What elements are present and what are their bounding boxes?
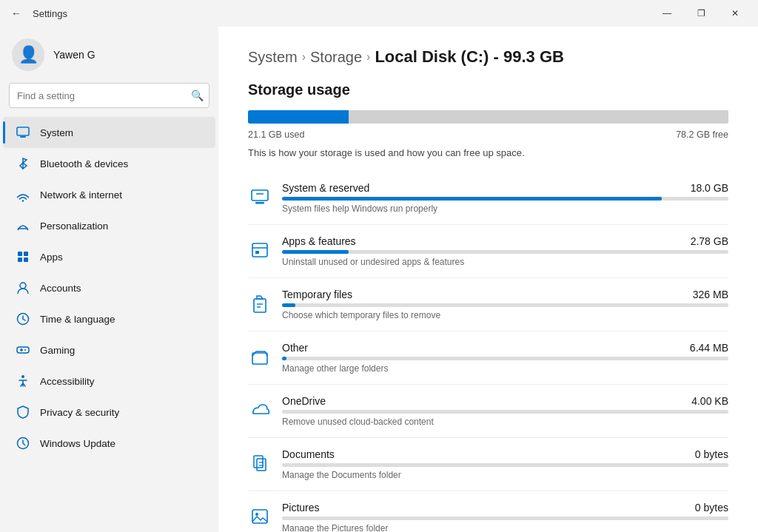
breadcrumb-sep1: › bbox=[302, 50, 306, 64]
sidebar-item-personalization[interactable]: Personalization bbox=[3, 210, 215, 241]
personalization-icon bbox=[15, 218, 31, 234]
storage-item-desc: Manage the Documents folder bbox=[282, 470, 728, 480]
storage-item-name: Pictures bbox=[282, 502, 320, 514]
storage-item-name: Other bbox=[282, 342, 308, 354]
storage-item-size: 0 bytes bbox=[695, 502, 728, 514]
sidebar-item-accounts[interactable]: Accounts bbox=[3, 272, 215, 303]
sidebar-item-network[interactable]: Network & internet bbox=[3, 179, 215, 210]
storage-item-3[interactable]: Other 6.44 MB Manage other large folders bbox=[248, 334, 728, 381]
titlebar-title: Settings bbox=[33, 8, 67, 19]
storage-item-6[interactable]: Pictures 0 bytes Manage the Pictures fol… bbox=[248, 494, 728, 532]
storage-item-name: Temporary files bbox=[282, 289, 352, 300]
privacy-icon bbox=[15, 404, 31, 420]
storage-item-0[interactable]: System & reserved 18.0 GB System files h… bbox=[248, 175, 728, 221]
storage-item-desc: Manage the Pictures folder bbox=[282, 523, 728, 532]
storage-item-desc: Manage other large folders bbox=[282, 363, 728, 374]
svg-rect-7 bbox=[24, 257, 28, 262]
storage-item-header: Apps & features 2.78 GB bbox=[282, 235, 728, 247]
sidebar-item-system[interactable]: System bbox=[3, 117, 215, 148]
storage-item-bar bbox=[282, 197, 728, 201]
storage-info-text: This is how your storage is used and how… bbox=[248, 147, 728, 158]
sidebar-item-label: Accessibility bbox=[40, 376, 95, 387]
nav-items-container: System Bluetooth & devices Network & int… bbox=[0, 117, 218, 459]
username: Yawen G bbox=[53, 49, 95, 61]
storage-item-bar bbox=[282, 410, 728, 414]
storage-labels: 21.1 GB used 78.2 GB free bbox=[248, 129, 728, 140]
storage-item-size: 0 bytes bbox=[695, 448, 728, 460]
storage-item-desc: System files help Windows run properly bbox=[282, 203, 728, 214]
storage-item-desc: Choose which temporary files to remove bbox=[282, 310, 728, 320]
back-button[interactable]: ← bbox=[6, 3, 27, 24]
titlebar: ← Settings — ❐ ✕ bbox=[0, 0, 758, 27]
svg-rect-6 bbox=[18, 257, 22, 262]
svg-rect-30 bbox=[252, 510, 267, 523]
app-body: 👤 Yawen G 🔍 System Bluetooth & devices N… bbox=[0, 27, 758, 532]
sidebar-item-label: Bluetooth & devices bbox=[40, 158, 128, 169]
search-input[interactable] bbox=[9, 83, 209, 108]
storage-item-name: Apps & features bbox=[282, 235, 356, 247]
apps-icon bbox=[15, 249, 31, 265]
storage-item-bar-fill bbox=[282, 357, 286, 360]
storage-item-bar bbox=[282, 303, 728, 307]
storage-item-name: OneDrive bbox=[282, 395, 326, 407]
storage-item-icon bbox=[248, 398, 272, 422]
svg-rect-5 bbox=[24, 252, 28, 256]
storage-item-name: System & reserved bbox=[282, 182, 369, 194]
storage-item-bar bbox=[282, 463, 728, 467]
storage-item-icon bbox=[248, 292, 272, 315]
sidebar-item-apps[interactable]: Apps bbox=[3, 241, 215, 272]
sidebar-item-bluetooth[interactable]: Bluetooth & devices bbox=[3, 148, 215, 179]
sidebar-item-privacy[interactable]: Privacy & security bbox=[3, 397, 215, 428]
avatar: 👤 bbox=[12, 38, 44, 71]
storage-item-desc: Uninstall unused or undesired apps & fea… bbox=[282, 257, 728, 267]
divider bbox=[248, 384, 728, 385]
system-icon bbox=[15, 124, 31, 141]
storage-item-header: Temporary files 326 MB bbox=[282, 289, 728, 300]
storage-item-header: Pictures 0 bytes bbox=[282, 502, 728, 514]
storage-bar-container bbox=[248, 110, 728, 124]
sidebar-item-label: Gaming bbox=[40, 345, 75, 356]
time-icon bbox=[15, 311, 31, 327]
sidebar-item-update[interactable]: Windows Update bbox=[3, 428, 215, 459]
svg-rect-16 bbox=[252, 190, 268, 201]
storage-item-body: Other 6.44 MB Manage other large folders bbox=[282, 342, 728, 374]
maximize-button[interactable]: ❐ bbox=[684, 0, 718, 27]
storage-item-5[interactable]: Documents 0 bytes Manage the Documents f… bbox=[248, 441, 728, 488]
storage-item-icon bbox=[248, 451, 272, 475]
storage-item-1[interactable]: Apps & features 2.78 GB Uninstall unused… bbox=[248, 228, 728, 275]
storage-item-body: Pictures 0 bytes Manage the Pictures fol… bbox=[282, 502, 728, 532]
storage-item-4[interactable]: OneDrive 4.00 KB Remove unused cloud-bac… bbox=[248, 388, 728, 434]
storage-item-header: OneDrive 4.00 KB bbox=[282, 395, 728, 407]
sidebar-item-label: Network & internet bbox=[40, 189, 122, 201]
sidebar-item-label: Windows Update bbox=[40, 438, 115, 449]
breadcrumb-current: Local Disk (C:) - 99.3 GB bbox=[375, 47, 564, 67]
svg-rect-1 bbox=[20, 136, 26, 138]
storage-item-bar-fill bbox=[282, 303, 295, 307]
storage-item-header: System & reserved 18.0 GB bbox=[282, 182, 728, 194]
sidebar-item-gaming[interactable]: Gaming bbox=[3, 334, 215, 366]
main-content: System › Storage › Local Disk (C:) - 99.… bbox=[218, 27, 758, 532]
svg-rect-19 bbox=[252, 243, 267, 257]
svg-rect-22 bbox=[254, 299, 266, 312]
svg-point-8 bbox=[20, 283, 26, 289]
sidebar-item-accessibility[interactable]: Accessibility bbox=[3, 366, 215, 397]
close-button[interactable]: ✕ bbox=[718, 0, 752, 27]
gaming-icon bbox=[15, 342, 31, 358]
storage-items-container: System & reserved 18.0 GB System files h… bbox=[248, 175, 728, 532]
storage-item-bar bbox=[282, 516, 728, 520]
accounts-icon bbox=[15, 280, 31, 296]
storage-item-icon bbox=[248, 238, 272, 262]
sidebar: 👤 Yawen G 🔍 System Bluetooth & devices N… bbox=[0, 27, 218, 532]
sidebar-item-label: Personalization bbox=[40, 220, 108, 232]
storage-item-2[interactable]: Temporary files 326 MB Choose which temp… bbox=[248, 281, 728, 328]
breadcrumb-part1: System bbox=[248, 49, 298, 66]
sidebar-item-time[interactable]: Time & language bbox=[3, 303, 215, 334]
storage-item-bar bbox=[282, 357, 728, 360]
window-controls: — ❐ ✕ bbox=[650, 0, 752, 27]
svg-rect-21 bbox=[255, 251, 259, 254]
storage-item-body: Temporary files 326 MB Choose which temp… bbox=[282, 289, 728, 320]
minimize-button[interactable]: — bbox=[650, 0, 684, 27]
network-icon bbox=[15, 186, 31, 203]
sidebar-item-label: Apps bbox=[40, 252, 63, 263]
titlebar-left: ← Settings bbox=[6, 3, 67, 24]
